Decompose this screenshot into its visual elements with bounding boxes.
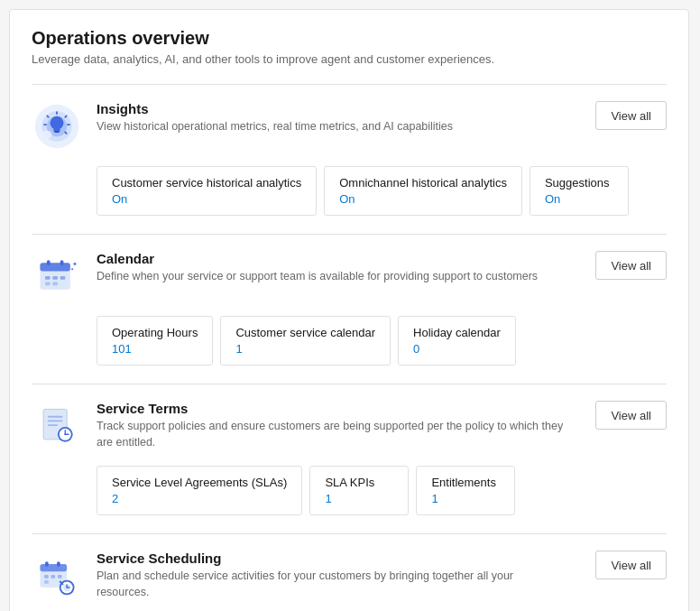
page-subtitle: Leverage data, analytics, AI, and other … [32, 52, 667, 66]
page-title: Operations overview [32, 28, 667, 49]
svg-point-34 [64, 433, 66, 435]
section-insights-desc: View historical operational metrics, rea… [97, 119, 566, 135]
card-entitlements-label: Entitlements [431, 476, 500, 489]
svg-rect-21 [47, 260, 51, 265]
svg-point-13 [41, 134, 47, 140]
card-cs-calendar-value: 1 [235, 342, 375, 356]
svg-rect-42 [57, 561, 60, 567]
section-service-terms-text: Service Terms Track support policies and… [97, 401, 581, 450]
svg-rect-37 [44, 575, 49, 579]
view-all-insights-button[interactable]: View all [595, 101, 667, 130]
card-omnichannel-label: Omnichannel historical analytics [339, 176, 507, 190]
card-cs-historical-analytics-label: Customer service historical analytics [112, 176, 301, 190]
card-cs-historical-analytics[interactable]: Customer service historical analytics On [97, 166, 317, 216]
svg-point-3 [51, 116, 64, 130]
section-service-terms-desc: Track support policies and ensure custom… [97, 419, 566, 450]
card-holiday-calendar[interactable]: Holiday calendar 0 [398, 316, 516, 366]
section-service-terms-header: Service Terms Track support policies and… [32, 401, 667, 451]
service-terms-icon [32, 401, 82, 451]
svg-line-7 [65, 116, 66, 116]
section-insights-left: Insights View historical operational met… [32, 101, 581, 152]
card-sla-kpis[interactable]: SLA KPIs 1 [309, 466, 409, 515]
card-operating-hours-value: 101 [112, 342, 198, 356]
page-container: Operations overview Leverage data, analy… [9, 9, 689, 611]
service-terms-cards-row: Service Level Agreements (SLAs) 2 SLA KP… [97, 466, 667, 515]
card-suggestions-value: On [545, 192, 613, 206]
card-cs-calendar-label: Customer service calendar [235, 326, 375, 339]
svg-rect-36 [40, 564, 67, 571]
calendar-icon: ✦ ✦ [32, 251, 82, 301]
card-cs-historical-analytics-value: On [112, 192, 301, 206]
svg-rect-39 [58, 575, 62, 579]
insights-cards-row: Customer service historical analytics On… [97, 166, 667, 216]
svg-rect-18 [60, 276, 66, 280]
card-sla[interactable]: Service Level Agreements (SLAs) 2 [97, 466, 302, 515]
svg-rect-5 [54, 131, 60, 133]
view-all-calendar-button[interactable]: View all [595, 251, 667, 280]
section-insights: Insights View historical operational met… [32, 84, 667, 234]
card-entitlements-value: 1 [431, 492, 500, 505]
section-insights-text: Insights View historical operational met… [97, 101, 581, 135]
section-calendar: ✦ ✦ Calendar Define when your service or… [32, 234, 667, 384]
section-service-terms-left: Service Terms Track support policies and… [32, 401, 581, 451]
calendar-cards-row: Operating Hours 101 Customer service cal… [97, 316, 667, 366]
svg-rect-15 [40, 263, 69, 271]
section-calendar-desc: Define when your service or support team… [97, 269, 566, 285]
card-cs-calendar[interactable]: Customer service calendar 1 [220, 316, 391, 366]
section-insights-name: Insights [97, 101, 581, 116]
section-insights-header: Insights View historical operational met… [32, 101, 667, 152]
card-entitlements[interactable]: Entitlements 1 [416, 466, 515, 515]
section-service-terms-name: Service Terms [97, 401, 581, 416]
card-sla-value: 2 [112, 492, 287, 505]
svg-rect-29 [48, 424, 58, 426]
svg-text:✦: ✦ [70, 267, 74, 272]
card-sla-kpis-value: 1 [325, 492, 393, 505]
svg-rect-28 [48, 421, 63, 422]
section-service-scheduling: Service Scheduling Plan and schedule ser… [32, 533, 667, 611]
service-scheduling-icon [32, 551, 82, 601]
card-operating-hours[interactable]: Operating Hours 101 [97, 316, 213, 366]
section-calendar-text: Calendar Define when your service or sup… [97, 251, 581, 285]
section-service-scheduling-left: Service Scheduling Plan and schedule ser… [32, 551, 581, 601]
svg-rect-38 [51, 575, 56, 579]
section-service-terms: Service Terms Track support policies and… [32, 384, 667, 533]
svg-line-10 [47, 116, 48, 116]
svg-rect-41 [45, 561, 49, 567]
view-all-service-scheduling-button[interactable]: View all [595, 551, 667, 579]
insights-icon [32, 101, 82, 152]
svg-line-9 [65, 133, 66, 134]
section-calendar-left: ✦ ✦ Calendar Define when your service or… [32, 251, 581, 301]
view-all-service-terms-button[interactable]: View all [595, 401, 667, 430]
card-operating-hours-label: Operating Hours [112, 326, 198, 339]
card-omnichannel-value: On [339, 192, 507, 206]
section-service-scheduling-name: Service Scheduling [97, 551, 581, 566]
svg-rect-22 [60, 260, 64, 265]
card-suggestions-label: Suggestions [545, 176, 613, 190]
card-omnichannel-historical-analytics[interactable]: Omnichannel historical analytics On [324, 166, 522, 216]
card-suggestions[interactable]: Suggestions On [530, 166, 629, 216]
svg-rect-40 [44, 580, 49, 584]
card-holiday-calendar-value: 0 [413, 342, 501, 356]
svg-rect-27 [48, 416, 63, 418]
svg-rect-19 [45, 282, 51, 286]
card-sla-kpis-label: SLA KPIs [325, 476, 393, 489]
section-service-scheduling-header: Service Scheduling Plan and schedule ser… [32, 551, 667, 601]
section-service-scheduling-desc: Plan and schedule service activities for… [97, 569, 566, 600]
section-service-scheduling-text: Service Scheduling Plan and schedule ser… [97, 551, 581, 600]
card-sla-label: Service Level Agreements (SLAs) [112, 476, 287, 489]
svg-text:✦: ✦ [72, 260, 78, 268]
section-calendar-name: Calendar [97, 251, 581, 266]
svg-rect-20 [52, 282, 58, 286]
svg-rect-16 [45, 276, 51, 280]
card-holiday-calendar-label: Holiday calendar [413, 326, 501, 339]
svg-rect-17 [52, 276, 58, 280]
section-calendar-header: ✦ ✦ Calendar Define when your service or… [32, 251, 667, 301]
